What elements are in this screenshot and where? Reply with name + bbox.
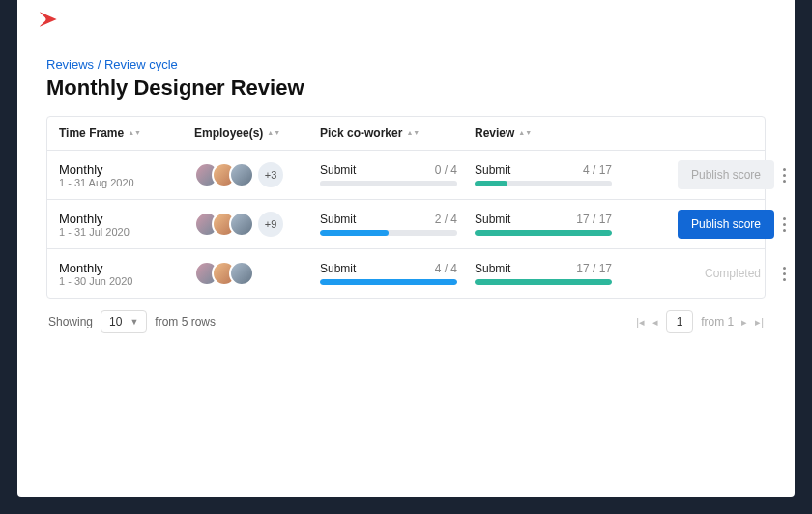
breadcrumb-root[interactable]: Reviews xyxy=(46,57,94,71)
table-row: Monthly 1 - 31 Jul 2020 +9 Submit2 / 4 S… xyxy=(47,200,765,249)
avatar xyxy=(229,162,254,187)
progress-review xyxy=(475,279,612,285)
review-cell: Submit4 / 17 xyxy=(475,163,629,186)
avatar xyxy=(229,261,254,286)
timeframe-cell: Monthly 1 - 31 Jul 2020 xyxy=(59,212,194,238)
app-window: Reviews / Review cycle Monthly Designer … xyxy=(17,0,795,497)
sort-icon: ▲▼ xyxy=(406,131,420,135)
pick-cell: Submit0 / 4 xyxy=(320,163,475,186)
row-menu-icon[interactable] xyxy=(774,263,794,285)
table-header: Time Frame▲▼ Employee(s)▲▼ Pick co-worke… xyxy=(47,117,765,151)
sort-icon: ▲▼ xyxy=(267,131,280,135)
main-content: Reviews / Review cycle Monthly Designer … xyxy=(17,43,795,358)
table-footer: Showing 10 ▼ from 5 rows |◂ ◂ 1 from 1 ▸… xyxy=(46,299,766,345)
table-row: Monthly 1 - 30 Jun 2020 Submit4 / 4 Subm… xyxy=(47,249,765,298)
page-title: Monthly Designer Review xyxy=(46,75,766,100)
progress-review xyxy=(475,230,612,236)
row-menu-icon[interactable] xyxy=(774,214,794,236)
page-next-icon[interactable]: ▸ xyxy=(741,316,747,328)
page-number-input[interactable]: 1 xyxy=(666,310,693,333)
avatar xyxy=(229,212,254,237)
progress-pick xyxy=(320,230,389,236)
page-last-icon[interactable]: ▸| xyxy=(755,316,764,328)
page-size-select[interactable]: 10 ▼ xyxy=(101,310,147,333)
employees-cell[interactable]: +9 xyxy=(194,212,320,237)
progress-pick xyxy=(320,279,457,285)
col-employees[interactable]: Employee(s)▲▼ xyxy=(194,127,320,140)
breadcrumb-current[interactable]: Review cycle xyxy=(104,57,178,71)
employees-cell[interactable] xyxy=(194,261,320,286)
pagination: |◂ ◂ 1 from 1 ▸ ▸| xyxy=(636,310,764,333)
sort-icon: ▲▼ xyxy=(128,131,141,135)
chevron-down-icon: ▼ xyxy=(130,317,138,327)
topbar xyxy=(17,0,795,43)
col-review[interactable]: Review▲▼ xyxy=(475,127,629,140)
brand-logo xyxy=(37,10,64,29)
row-menu-icon[interactable] xyxy=(774,164,794,186)
page-size: Showing 10 ▼ from 5 rows xyxy=(48,310,216,333)
reviews-table: Time Frame▲▼ Employee(s)▲▼ Pick co-worke… xyxy=(46,116,766,299)
timeframe-cell: Monthly 1 - 30 Jun 2020 xyxy=(59,261,194,287)
timeframe-cell: Monthly 1 - 31 Aug 2020 xyxy=(59,162,194,188)
publish-button: Publish score xyxy=(678,160,774,189)
col-timeframe[interactable]: Time Frame▲▼ xyxy=(59,127,194,140)
pick-cell: Submit2 / 4 xyxy=(320,213,475,236)
sort-icon: ▲▼ xyxy=(518,131,532,135)
table-row: Monthly 1 - 31 Aug 2020 +3 Submit0 / 4 S… xyxy=(47,151,765,200)
more-badge[interactable]: +9 xyxy=(258,212,283,237)
breadcrumb[interactable]: Reviews / Review cycle xyxy=(46,57,766,71)
employees-cell[interactable]: +3 xyxy=(194,162,320,187)
page-prev-icon[interactable]: ◂ xyxy=(652,316,658,328)
completed-label: Completed xyxy=(691,259,774,288)
col-pick[interactable]: Pick co-worker▲▼ xyxy=(320,127,475,140)
progress-review xyxy=(475,181,508,186)
publish-button[interactable]: Publish score xyxy=(678,210,774,239)
page-first-icon[interactable]: |◂ xyxy=(636,316,645,328)
pick-cell: Submit4 / 4 xyxy=(320,262,475,285)
review-cell: Submit17 / 17 xyxy=(475,262,629,285)
more-badge[interactable]: +3 xyxy=(258,162,283,187)
review-cell: Submit17 / 17 xyxy=(475,213,629,236)
